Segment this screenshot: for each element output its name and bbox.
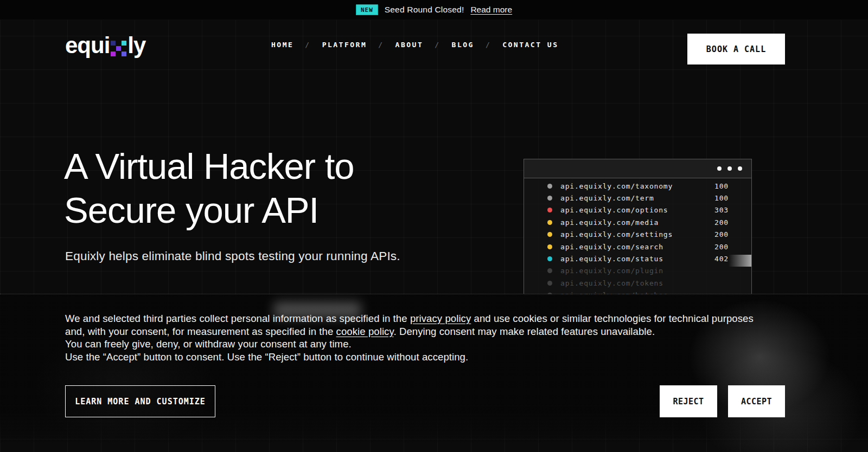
- nav-separator: /: [378, 41, 384, 49]
- cookie-paragraph-1: We and selected third parties collect pe…: [65, 312, 754, 338]
- api-endpoint: api.equixly.com/settings: [560, 230, 673, 238]
- landing-page: NEW Seed Round Closed! Read more equi ly…: [0, 0, 868, 452]
- terminal-row: api.equixly.com/taxonomy 100: [524, 180, 751, 192]
- status-dot-icon: [547, 244, 552, 249]
- nav-item-about[interactable]: ABOUT: [395, 41, 424, 49]
- status-code: 200: [714, 243, 729, 251]
- hero-title-line1: A Virtual Hacker to: [64, 146, 354, 186]
- new-badge: NEW: [356, 4, 378, 15]
- reject-button[interactable]: REJECT: [660, 385, 717, 417]
- read-more-link[interactable]: Read more: [470, 5, 512, 15]
- api-endpoint: api.equixly.com/status: [560, 255, 663, 263]
- status-code: 100: [714, 182, 729, 190]
- cookie-consent-banner: We and selected third parties collect pe…: [0, 294, 868, 443]
- accept-button[interactable]: ACCEPT: [728, 385, 785, 417]
- terminal-row: api.equixly.com/options 303: [524, 204, 751, 216]
- nav-item-contact-us[interactable]: CONTACT US: [502, 41, 558, 49]
- cookie-paragraph-2: You can freely give, deny, or withdraw y…: [65, 338, 754, 351]
- status-dot-icon: [547, 232, 552, 237]
- logo-text-pre: equi: [65, 33, 110, 59]
- status-dot-icon: [547, 208, 552, 212]
- api-endpoint: api.equixly.com/tokens: [560, 279, 663, 287]
- api-endpoint: api.equixly.com/options: [560, 206, 668, 214]
- hero-title-line2: Secure your API: [64, 190, 318, 230]
- api-endpoint: api.equixly.com/search: [560, 243, 663, 251]
- hero-subtitle: Equixly helps eliminate blind spots test…: [65, 249, 400, 263]
- window-dot-icon: [717, 166, 722, 171]
- status-code: 303: [714, 206, 729, 214]
- api-endpoint: api.equixly.com/plugin: [560, 267, 663, 275]
- nav-item-platform[interactable]: PLATFORM: [322, 41, 367, 49]
- nav-separator: /: [435, 41, 440, 49]
- status-dot-icon: [547, 184, 552, 189]
- terminal-row: api.equixly.com/term 100: [524, 192, 751, 204]
- cookie-policy-link[interactable]: cookie policy: [336, 326, 394, 337]
- window-dot-icon: [727, 166, 732, 171]
- cookie-paragraph-3: Use the “Accept” button to consent. Use …: [65, 351, 754, 364]
- terminal-body: api.equixly.com/taxonomy 100 api.equixly…: [524, 178, 751, 295]
- book-a-call-button[interactable]: BOOK A CALL: [687, 34, 785, 64]
- logo-x-icon: [111, 41, 126, 56]
- status-code: 402: [714, 255, 729, 263]
- announcement-text: Seed Round Closed!: [385, 5, 464, 15]
- status-dot-icon: [547, 196, 552, 201]
- privacy-policy-link[interactable]: privacy policy: [410, 313, 471, 324]
- nav-separator: /: [305, 41, 310, 49]
- nav-item-blog[interactable]: BLOG: [452, 41, 474, 49]
- api-scan-terminal: api.equixly.com/taxonomy 100 api.equixly…: [524, 159, 752, 295]
- logo[interactable]: equi ly: [65, 32, 145, 59]
- site-header: equi ly HOME/PLATFORM/ABOUT/BLOG/CONTACT…: [0, 20, 868, 69]
- api-endpoint: api.equixly.com/taxonomy: [560, 182, 673, 190]
- api-endpoint: api.equixly.com/term: [560, 194, 654, 202]
- status-dot-icon: [547, 220, 552, 225]
- logo-text-post: ly: [127, 33, 145, 59]
- terminal-titlebar: [524, 159, 751, 178]
- learn-more-customize-button[interactable]: LEARN MORE AND CUSTOMIZE: [65, 385, 215, 417]
- announcement-banner: NEW Seed Round Closed! Read more: [0, 0, 868, 20]
- status-code: 100: [714, 194, 729, 202]
- nav-separator: /: [486, 41, 491, 49]
- terminal-row: api.equixly.com/settings 200: [524, 229, 751, 241]
- terminal-row: api.equixly.com/plugin: [524, 265, 751, 277]
- status-code: 200: [714, 218, 729, 227]
- api-endpoint: api.equixly.com/media: [560, 218, 659, 227]
- terminal-row: api.equixly.com/search 200: [524, 241, 751, 253]
- status-dot-icon: [547, 281, 552, 286]
- nav-item-home[interactable]: HOME: [271, 41, 293, 49]
- status-code: 200: [714, 230, 729, 238]
- main-nav: HOME/PLATFORM/ABOUT/BLOG/CONTACT US: [271, 20, 558, 69]
- hero-title: A Virtual Hacker to Secure your API: [64, 144, 354, 232]
- cookie-consent-text: We and selected third parties collect pe…: [65, 312, 754, 363]
- terminal-row: api.equixly.com/status 402: [524, 253, 751, 264]
- window-dot-icon: [738, 166, 742, 171]
- terminal-row: api.equixly.com/media 200: [524, 216, 751, 228]
- status-dot-icon: [547, 256, 552, 261]
- status-dot-icon: [547, 268, 552, 273]
- terminal-row: api.equixly.com/tokens: [524, 277, 751, 289]
